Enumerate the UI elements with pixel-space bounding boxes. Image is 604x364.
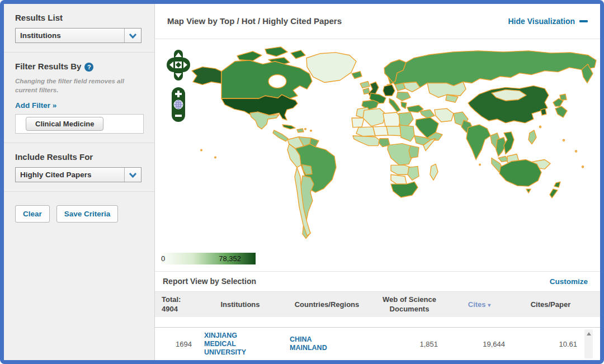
island-speck xyxy=(479,164,480,165)
island-speck xyxy=(310,130,312,131)
country-mali[interactable] xyxy=(356,126,375,136)
zoom-out-icon xyxy=(175,115,182,117)
clear-button[interactable]: Clear xyxy=(15,205,50,223)
map-view-header: Map View by Top / Hot / Highly Cited Pap… xyxy=(155,4,600,39)
country-new-zealand[interactable] xyxy=(554,182,560,187)
country-italy[interactable] xyxy=(389,98,400,112)
filter-sidebar: Results List Institutions Filter Results… xyxy=(4,4,155,360)
row-cites-per-paper: 10.61 xyxy=(513,340,588,348)
country-korea[interactable] xyxy=(541,108,546,115)
results-list-select[interactable]: Institutions xyxy=(15,28,141,43)
include-results-selected-value: Highly Cited Papers xyxy=(16,171,124,179)
country-sudan[interactable] xyxy=(400,125,414,141)
column-cites-per-paper[interactable]: Cites/Paper xyxy=(513,300,588,309)
country-india[interactable] xyxy=(466,124,490,159)
country-philippines[interactable] xyxy=(528,130,536,144)
country-cuba[interactable] xyxy=(282,124,295,129)
row-wos-documents: 1,851 xyxy=(373,340,446,348)
map-region[interactable] xyxy=(420,110,435,118)
column-wos-documents[interactable]: Web of Science Documents xyxy=(373,295,446,314)
country-japan[interactable] xyxy=(553,98,563,106)
map-region[interactable] xyxy=(409,145,419,158)
results-list-section: Results List Institutions xyxy=(4,4,154,53)
country-egypt[interactable] xyxy=(399,112,413,126)
column-cites-sorted[interactable]: Cites ▾ xyxy=(446,300,513,309)
country-australia[interactable] xyxy=(499,159,541,186)
country-vietnam[interactable] xyxy=(504,131,514,154)
country-greenland[interactable] xyxy=(306,52,356,82)
map-region[interactable] xyxy=(273,130,288,141)
map-region[interactable] xyxy=(352,118,364,127)
country-link[interactable]: CHINA MAINLAND xyxy=(281,335,334,352)
customize-link[interactable]: Customize xyxy=(550,277,588,286)
map-region[interactable] xyxy=(265,46,287,56)
map-controls xyxy=(165,49,192,126)
country-iceland[interactable] xyxy=(352,71,362,78)
chevron-down-icon xyxy=(124,168,141,182)
filter-note: Changing the filter field removes all cu… xyxy=(15,77,145,94)
map-zoom-control[interactable] xyxy=(172,87,185,122)
country-mexico[interactable] xyxy=(250,112,279,129)
map-region[interactable] xyxy=(526,189,531,193)
island-speck xyxy=(201,149,202,150)
main-panel: Map View by Top / Hot / Highly Cited Pap… xyxy=(155,4,600,360)
map-region[interactable] xyxy=(397,92,410,101)
map-region[interactable] xyxy=(391,174,407,184)
choropleth-map xyxy=(155,39,600,271)
country-japan[interactable] xyxy=(555,106,567,117)
map-pan-control[interactable] xyxy=(167,50,190,81)
country-greece[interactable] xyxy=(401,102,407,108)
table-scrollbar[interactable] xyxy=(584,329,593,358)
island-speck xyxy=(575,150,577,152)
map-region[interactable] xyxy=(360,81,370,88)
map-region[interactable] xyxy=(297,128,304,132)
country-germany[interactable] xyxy=(383,84,395,96)
filter-heading: Filter Results By? xyxy=(15,62,145,72)
active-filter-box: Clinical Medicine xyxy=(15,114,144,134)
country-mozambique[interactable] xyxy=(408,166,419,180)
map-region[interactable] xyxy=(353,135,380,145)
save-criteria-button[interactable]: Save Criteria xyxy=(56,205,119,223)
institution-link[interactable]: XINJIANG MEDICAL UNIVERSITY xyxy=(200,332,262,357)
island-speck xyxy=(215,157,216,158)
country-alaska[interactable] xyxy=(192,67,221,84)
legend-max: 78,352 xyxy=(219,254,241,263)
row-rank: 1694 xyxy=(161,340,200,348)
column-countries-regions[interactable]: Countries/Regions xyxy=(281,300,373,309)
country-libya[interactable] xyxy=(383,112,401,126)
hide-visualization-link[interactable]: Hide Visualization xyxy=(508,17,588,26)
country-russia[interactable] xyxy=(388,50,596,87)
country-niger[interactable] xyxy=(373,126,388,135)
row-cites: 19,644 xyxy=(446,340,513,348)
country-algeria[interactable] xyxy=(363,108,385,126)
map-region[interactable] xyxy=(237,51,262,60)
results-list-heading: Results List xyxy=(15,13,145,22)
help-icon[interactable]: ? xyxy=(84,63,93,72)
filter-section: Filter Results By? Changing the filter f… xyxy=(4,53,154,143)
map-region[interactable] xyxy=(291,50,305,58)
country-south-africa[interactable] xyxy=(391,182,418,197)
scroll-up-icon xyxy=(587,332,591,335)
country-new-zealand[interactable] xyxy=(550,189,558,198)
country-chad[interactable] xyxy=(386,126,401,135)
include-results-section: Include Results For Highly Cited Papers xyxy=(4,143,154,192)
island-speck xyxy=(563,139,565,141)
report-view-header: Report View by Selection Customize xyxy=(155,272,600,292)
add-filter-link[interactable]: Add Filter » xyxy=(15,101,56,110)
country-madagascar[interactable] xyxy=(430,164,438,180)
world-map-visualization: 0 78,352 xyxy=(155,39,600,271)
map-view-title: Map View by Top / Hot / Highly Cited Pap… xyxy=(167,16,342,26)
island-speck xyxy=(305,128,306,129)
map-color-legend: 0 78,352 xyxy=(159,253,256,264)
filter-chip-button[interactable]: Clinical Medicine xyxy=(26,117,103,131)
country-iran[interactable] xyxy=(435,108,454,122)
island-speck xyxy=(540,126,541,127)
minus-icon xyxy=(579,20,588,22)
table-header-row: Total: 4904 Institutions Countries/Regio… xyxy=(155,291,600,317)
map-region[interactable] xyxy=(446,94,458,102)
results-list-selected-value: Institutions xyxy=(16,31,124,40)
column-institutions[interactable]: Institutions xyxy=(200,300,281,309)
include-results-select[interactable]: Highly Cited Papers xyxy=(15,167,141,182)
country-canada[interactable] xyxy=(221,60,312,98)
sort-caret-icon: ▾ xyxy=(488,302,490,308)
